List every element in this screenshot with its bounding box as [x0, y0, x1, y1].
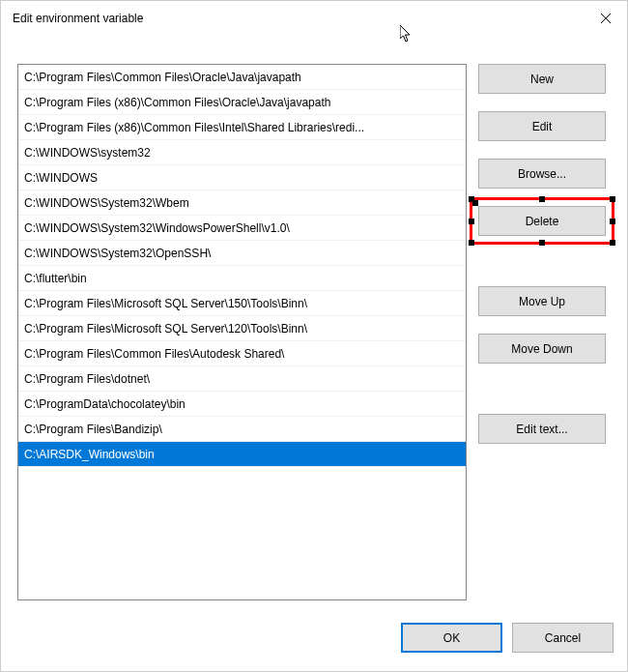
content-area: C:\Program Files\Common Files\Oracle\Jav…	[1, 35, 627, 615]
close-button[interactable]	[584, 4, 627, 33]
list-item[interactable]: C:\Program Files\Microsoft SQL Server\15…	[18, 291, 466, 316]
titlebar: Edit environment variable	[1, 1, 627, 35]
button-panel: New Edit Browse... Delete Move Up Move D…	[478, 64, 606, 615]
list-item[interactable]: C:\WINDOWS\System32\OpenSSH\	[18, 241, 466, 266]
close-icon	[601, 14, 611, 23]
list-item[interactable]: C:\WINDOWS\system32	[18, 140, 466, 165]
list-item[interactable]: C:\Program Files (x86)\Common Files\Orac…	[18, 90, 466, 115]
list-item[interactable]: C:\Program Files\Bandizip\	[18, 417, 466, 442]
dialog-buttons: OK Cancel	[401, 623, 614, 653]
ok-button[interactable]: OK	[401, 623, 502, 653]
list-item[interactable]: C:\Program Files (x86)\Common Files\Inte…	[18, 115, 466, 140]
delete-highlight: Delete	[478, 206, 606, 236]
move-up-button[interactable]: Move Up	[478, 286, 606, 316]
list-item[interactable]: C:\WINDOWS\System32\Wbem	[18, 190, 466, 216]
edit-text-button[interactable]: Edit text...	[478, 414, 606, 444]
list-item[interactable]: C:\AIRSDK_Windows\bin	[18, 442, 466, 467]
list-item[interactable]: C:\WINDOWS\System32\WindowsPowerShell\v1…	[18, 216, 466, 241]
list-item[interactable]: C:\Program Files\dotnet\	[18, 366, 466, 392]
list-item[interactable]: C:\Program Files\Common Files\Autodesk S…	[18, 341, 466, 366]
edit-button[interactable]: Edit	[478, 111, 606, 141]
delete-button[interactable]: Delete	[478, 206, 606, 236]
move-down-button[interactable]: Move Down	[478, 334, 606, 364]
path-listbox[interactable]: C:\Program Files\Common Files\Oracle\Jav…	[17, 64, 467, 600]
browse-button[interactable]: Browse...	[478, 159, 606, 189]
list-item[interactable]: C:\Program Files\Microsoft SQL Server\12…	[18, 316, 466, 341]
window-title: Edit environment variable	[13, 12, 143, 25]
list-item[interactable]: C:\WINDOWS	[18, 165, 466, 190]
list-item[interactable]: C:\Program Files\Common Files\Oracle\Jav…	[18, 65, 466, 90]
cancel-button[interactable]: Cancel	[512, 623, 614, 653]
list-item[interactable]: C:\flutter\bin	[18, 266, 466, 291]
new-button[interactable]: New	[478, 64, 606, 94]
list-item[interactable]: C:\ProgramData\chocolatey\bin	[18, 392, 466, 417]
